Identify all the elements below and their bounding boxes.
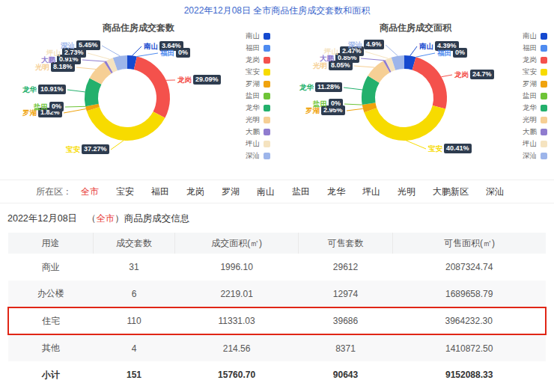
pie-slice-龙岗[interactable] <box>134 56 170 117</box>
filter-option-罗湖[interactable]: 罗湖 <box>222 186 240 198</box>
legend-label: 深汕 <box>246 151 260 161</box>
pie-slice-宝安[interactable] <box>364 105 445 141</box>
table-cell: 办公楼 <box>8 281 93 307</box>
legend-swatch <box>264 129 270 135</box>
legend-label: 福田 <box>523 43 537 53</box>
pie-leader-line <box>64 109 86 114</box>
legend-item-坪山[interactable]: 坪山 <box>523 138 547 150</box>
legend-item-罗湖[interactable]: 罗湖 <box>246 78 270 90</box>
column-header: 可售套数 <box>299 233 393 254</box>
filter-option-全市[interactable]: 全市 <box>81 186 99 198</box>
pie-leader-line <box>407 141 427 149</box>
legend-swatch <box>541 69 547 76</box>
chart-legend: 南山福田龙岗宝安罗湖盐田龙华光明大鹏坪山深汕 <box>246 30 270 162</box>
legend-item-龙华[interactable]: 龙华 <box>246 102 270 114</box>
pie-leader-line <box>111 141 124 150</box>
legend-label: 大鹏 <box>523 127 537 137</box>
legend-label: 光明 <box>246 115 260 125</box>
legend-item-南山[interactable]: 南山 <box>523 30 547 42</box>
pie-label-value: 0% <box>453 48 467 58</box>
filter-option-宝安[interactable]: 宝安 <box>116 186 134 198</box>
filter-label: 所在区： <box>36 186 72 198</box>
table-cell: 1996.10 <box>175 254 299 281</box>
pie-label-value: 11.28% <box>315 82 342 92</box>
filter-option-光明[interactable]: 光明 <box>398 186 416 198</box>
legend-item-宝安[interactable]: 宝安 <box>523 66 547 78</box>
pie-label-value: 0% <box>49 102 64 111</box>
column-header: 用途 <box>8 233 93 254</box>
filter-option-南山[interactable]: 南山 <box>257 186 275 198</box>
pie-label-name: 深汕 <box>348 40 362 49</box>
pie-leader-line <box>442 75 453 77</box>
filter-option-福田[interactable]: 福田 <box>151 186 169 198</box>
pie-slice-龙岗[interactable] <box>413 57 447 108</box>
column-header: 成交面积(㎡) <box>175 233 299 254</box>
legend-item-龙岗[interactable]: 龙岗 <box>246 54 270 66</box>
filter-option-盐田[interactable]: 盐田 <box>292 186 310 198</box>
pie-leader-line <box>416 53 436 57</box>
legend-item-宝安[interactable]: 宝安 <box>246 66 270 78</box>
column-header: 成交套数 <box>93 233 174 254</box>
legend-swatch <box>541 57 547 64</box>
table-cell: 11331.03 <box>175 307 299 334</box>
section-rest: 商品房成交信息 <box>124 213 190 224</box>
legend-item-光明[interactable]: 光明 <box>246 114 270 126</box>
legend-item-光明[interactable]: 光明 <box>523 114 547 126</box>
legend-item-大鹏[interactable]: 大鹏 <box>246 126 270 138</box>
pie-label-value: 37.27% <box>82 144 109 154</box>
legend-label: 龙岗 <box>523 55 537 65</box>
filter-option-大鹏新区[interactable]: 大鹏新区 <box>433 186 469 198</box>
legend-item-福田[interactable]: 福田 <box>246 42 270 54</box>
pie-label-value: 10.91% <box>38 85 66 94</box>
table-cell: 商业 <box>8 254 93 281</box>
pie-label-深汕: 深汕5.45% <box>61 40 100 50</box>
legend-item-龙岗[interactable]: 龙岗 <box>523 54 547 66</box>
pie-slice-宝安[interactable] <box>87 107 165 141</box>
section-title: 2022年12月08日 （全市）商品房成交信息 <box>0 203 554 233</box>
legend-item-深汕[interactable]: 深汕 <box>523 150 547 162</box>
legend-item-大鹏[interactable]: 大鹏 <box>523 126 547 138</box>
legend-label: 罗湖 <box>246 79 260 89</box>
legend-item-盐田[interactable]: 盐田 <box>246 90 270 102</box>
legend-item-盐田[interactable]: 盐田 <box>523 90 547 102</box>
table-cell: 15760.70 <box>175 361 299 388</box>
legend-item-福田[interactable]: 福田 <box>523 42 547 54</box>
legend-item-坪山[interactable]: 坪山 <box>246 138 270 150</box>
legend-label: 大鹏 <box>246 127 260 137</box>
legend-swatch <box>264 153 270 159</box>
table-row: 商业311996.10296122087324.74 <box>8 254 546 281</box>
page: { "page_title": "2022年12月08日 全市商品住房成交套数和… <box>0 0 554 392</box>
pie-label-value: 24.7% <box>470 70 494 79</box>
legend-item-深汕[interactable]: 深汕 <box>246 150 270 162</box>
filter-option-龙岗[interactable]: 龙岗 <box>186 186 204 198</box>
pie-label-宝安: 宝安40.41% <box>428 144 472 153</box>
column-header: 可售面积(㎡) <box>392 233 546 254</box>
legend-label: 龙华 <box>246 103 260 113</box>
legend-swatch <box>541 117 547 123</box>
table-cell: 39686 <box>299 307 393 334</box>
legend-label: 福田 <box>246 43 260 53</box>
table-row-highlighted: 住宅11011331.03396863964232.30 <box>8 307 546 334</box>
table-cell: 2219.01 <box>175 281 299 307</box>
pie-label-龙岗: 龙岗29.09% <box>177 75 221 85</box>
legend-swatch <box>541 81 547 88</box>
pie-label-name: 龙岗 <box>177 76 192 84</box>
table-cell: 6 <box>93 281 174 307</box>
table-cell: 9152088.33 <box>392 361 546 388</box>
pie-leader-line <box>67 90 85 92</box>
legend-label: 光明 <box>523 115 537 125</box>
filter-option-坪山[interactable]: 坪山 <box>362 186 380 198</box>
pie-leader-line <box>410 46 417 56</box>
legend-item-罗湖[interactable]: 罗湖 <box>523 78 547 90</box>
section-date: 2022年12月08日 <box>7 213 77 224</box>
legend-swatch <box>264 105 270 111</box>
legend-item-南山[interactable]: 南山 <box>246 30 270 42</box>
legend-swatch <box>264 57 270 64</box>
legend-swatch <box>264 81 270 88</box>
filter-option-龙华[interactable]: 龙华 <box>327 186 345 198</box>
legend-label: 龙华 <box>523 103 537 113</box>
pie-label-name: 宝安 <box>66 145 80 153</box>
filter-option-深汕[interactable]: 深汕 <box>486 186 504 198</box>
legend-item-龙华[interactable]: 龙华 <box>523 102 547 114</box>
pie-leader-line <box>386 45 398 56</box>
